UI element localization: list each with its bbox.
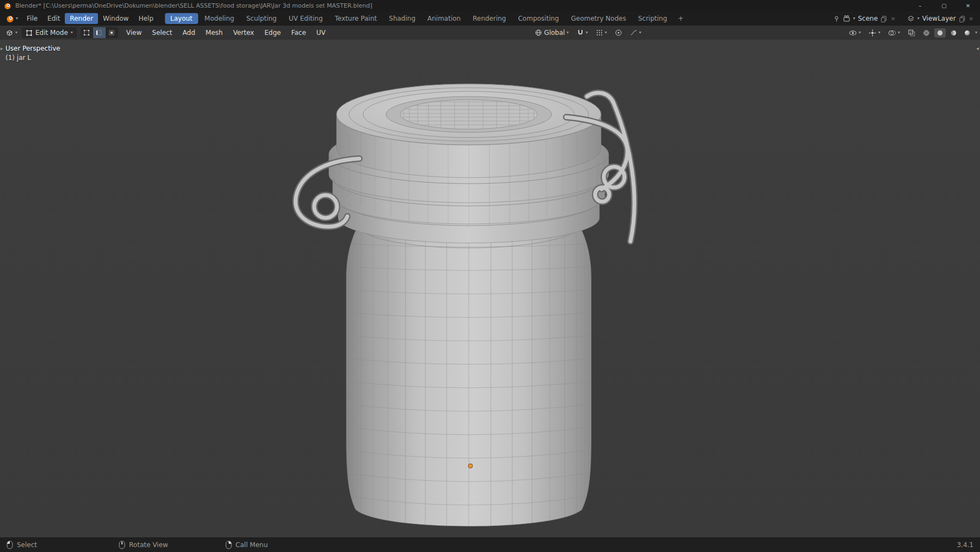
- viewport-menu-view[interactable]: View: [122, 27, 146, 38]
- edge-select-icon: [96, 29, 102, 36]
- topbar: ▾ File Edit Render Window Help Layout Mo…: [0, 11, 980, 26]
- transform-orientation-dropdown[interactable]: Global ▾: [532, 28, 571, 38]
- pivot-point-dropdown[interactable]: ▾: [593, 28, 610, 38]
- wireframe-shading-icon: [923, 29, 930, 37]
- proportional-falloff-dropdown[interactable]: ▾: [627, 28, 644, 38]
- chevron-down-icon[interactable]: ▾: [853, 16, 855, 21]
- editor-type-icon: [5, 29, 14, 37]
- viewport-menu-add[interactable]: Add: [178, 27, 199, 38]
- version-label: 3.4.1: [957, 541, 973, 549]
- viewport-menu-uv[interactable]: UV: [312, 27, 330, 38]
- status-rotate-hint: Rotate View: [119, 541, 168, 549]
- add-workspace-button[interactable]: +: [673, 13, 688, 24]
- left-mouse-icon: [7, 541, 13, 549]
- menu-render[interactable]: Render: [65, 13, 98, 24]
- perspective-label: User Perspective: [5, 45, 60, 52]
- magnet-icon: [577, 29, 584, 37]
- solid-shading-icon: [936, 29, 944, 37]
- vertex-select-icon: [83, 29, 90, 36]
- viewport-menu-edge[interactable]: Edge: [260, 27, 285, 38]
- active-object-label: (1) jar L: [5, 54, 31, 62]
- object-visibility-dropdown[interactable]: ▾: [846, 28, 863, 38]
- blender-menu-button[interactable]: ▾: [2, 14, 22, 24]
- vertex-select-button[interactable]: [81, 27, 93, 38]
- status-menu-hint: Call Menu: [225, 541, 268, 549]
- viewport-menu-face[interactable]: Face: [287, 27, 310, 38]
- viewport-menu-mesh[interactable]: Mesh: [201, 27, 228, 38]
- viewlayer-name[interactable]: ViewLayer: [922, 15, 956, 22]
- viewport-header: ▾ Edit Mode ▾: [0, 26, 980, 40]
- viewport-3d[interactable]: ▸ User Perspective (1) jar L ◂: [0, 40, 980, 537]
- orientation-globe-icon: [535, 29, 542, 37]
- transform-controls: Global ▾ ▾ ▾ ▾: [532, 28, 644, 38]
- header-toggle-arrow[interactable]: ▸: [1, 46, 3, 51]
- workspace-tab-geometry-nodes[interactable]: Geometry Nodes: [566, 13, 632, 24]
- xray-toggle[interactable]: [905, 28, 918, 38]
- menu-window[interactable]: Window: [98, 13, 133, 24]
- workspace-tab-uv-editing[interactable]: UV Editing: [283, 13, 328, 24]
- menu-edit[interactable]: Edit: [42, 13, 65, 24]
- workspace-tab-rendering[interactable]: Rendering: [467, 13, 511, 24]
- editor-type-button[interactable]: ▾: [3, 28, 20, 38]
- overlays-dropdown[interactable]: ▾: [885, 28, 903, 38]
- jar-model[interactable]: [0, 40, 980, 537]
- viewport-menu-vertex[interactable]: Vertex: [229, 27, 259, 38]
- edge-select-button[interactable]: [93, 27, 106, 38]
- statusbar: Select Rotate View Call Menu 3.4.1: [0, 537, 980, 552]
- snapping-button[interactable]: ▾: [574, 28, 591, 38]
- shading-solid-button[interactable]: [934, 28, 946, 38]
- minimize-button[interactable]: –: [908, 0, 932, 11]
- shading-rendered-button[interactable]: [961, 28, 973, 38]
- origin-point: [468, 464, 473, 468]
- middle-mouse-icon: [119, 541, 125, 549]
- scene-viewlayer-controls: ▾ Scene ✕ ▾ ViewLayer ✕: [833, 15, 978, 22]
- blender-logo-icon: [4, 2, 11, 10]
- chevron-down-icon: ▾: [605, 31, 607, 35]
- orientation-label: Global: [544, 29, 565, 37]
- menu-file[interactable]: File: [22, 13, 42, 24]
- falloff-curve-icon: [630, 29, 638, 37]
- workspace-tab-compositing[interactable]: Compositing: [512, 13, 564, 24]
- window-controls: – ▢ ✕: [908, 0, 980, 11]
- chevron-down-icon[interactable]: ▾: [917, 16, 920, 21]
- workspace-tab-scripting[interactable]: Scripting: [633, 13, 672, 24]
- mode-dropdown[interactable]: Edit Mode ▾: [22, 27, 77, 38]
- workspace-tab-animation[interactable]: Animation: [422, 13, 466, 24]
- pin-icon[interactable]: [833, 15, 840, 22]
- menu-help[interactable]: Help: [133, 13, 158, 24]
- remove-viewlayer-button[interactable]: ✕: [969, 16, 974, 22]
- right-mouse-icon: [225, 541, 232, 549]
- new-viewlayer-icon[interactable]: [959, 15, 966, 22]
- viewport-menu-select[interactable]: Select: [148, 27, 176, 38]
- workspace-tab-texture-paint[interactable]: Texture Paint: [329, 13, 382, 24]
- chevron-down-icon: ▾: [586, 31, 588, 35]
- new-scene-icon[interactable]: [880, 15, 887, 22]
- scene-name[interactable]: Scene: [858, 15, 878, 22]
- sidebar-toggle-arrow[interactable]: ◂: [976, 45, 979, 51]
- titlebar: Blender* [C:\Users\perma\OneDrive\Dokume…: [0, 0, 980, 11]
- shading-material-button[interactable]: [948, 28, 959, 38]
- close-button[interactable]: ✕: [956, 0, 980, 11]
- edit-mode-icon: [26, 29, 33, 37]
- unlink-scene-button[interactable]: ✕: [890, 16, 896, 22]
- select-mode-group: [81, 27, 118, 38]
- workspace-tab-layout[interactable]: Layout: [165, 13, 198, 24]
- maximize-button[interactable]: ▢: [932, 0, 956, 11]
- workspace-tab-modeling[interactable]: Modeling: [199, 13, 240, 24]
- gizmos-dropdown[interactable]: ▾: [866, 28, 883, 38]
- status-select-hint: Select: [7, 541, 37, 549]
- proportional-editing-icon: [615, 29, 622, 37]
- chevron-down-icon: ▾: [639, 31, 641, 35]
- chevron-down-icon: ▾: [859, 31, 861, 35]
- rendered-shading-icon: [964, 29, 971, 37]
- status-label: Rotate View: [129, 541, 168, 549]
- chevron-down-icon[interactable]: ▾: [975, 31, 977, 35]
- shading-wireframe-button[interactable]: [921, 28, 932, 38]
- chevron-down-icon: ▾: [567, 31, 569, 35]
- workspace-tab-shading[interactable]: Shading: [383, 13, 421, 24]
- face-select-button[interactable]: [106, 27, 118, 38]
- viewport-display-controls: ▾ ▾ ▾: [846, 28, 977, 38]
- workspace-tab-sculpting[interactable]: Sculpting: [241, 13, 282, 24]
- proportional-editing-toggle[interactable]: [612, 28, 625, 38]
- overlays-icon: [888, 29, 896, 37]
